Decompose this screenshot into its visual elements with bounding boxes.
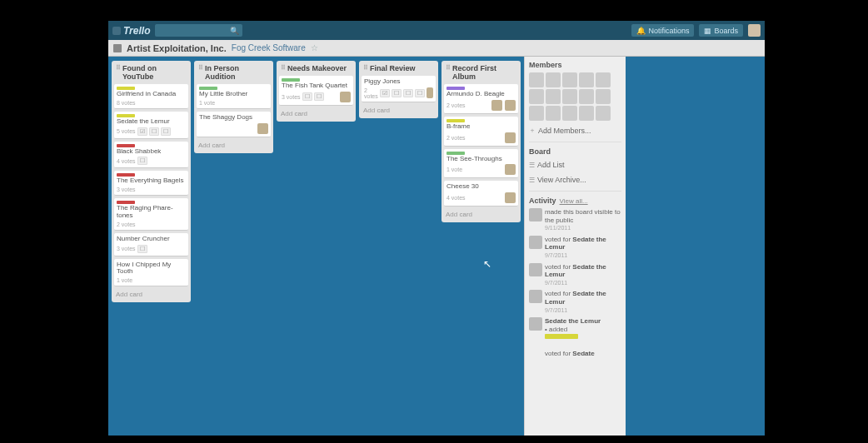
card[interactable]: The Everything Bagels3 votes (114, 171, 188, 196)
boards-icon: ▦ (704, 27, 711, 35)
badge: ☐ (149, 127, 159, 136)
card[interactable]: Girlfriend in Canada8 votes (114, 84, 188, 109)
member-avatar[interactable] (427, 87, 433, 98)
organization-link[interactable]: Fog Creek Software (232, 43, 306, 52)
member-avatar[interactable] (596, 89, 611, 104)
badge: ☑ (380, 89, 390, 97)
member-avatar[interactable] (505, 100, 516, 111)
member-avatar[interactable] (505, 132, 516, 143)
member-avatar[interactable] (546, 89, 561, 104)
card[interactable]: The Fish Tank Quartet3 votes☐☐ (279, 76, 353, 106)
vote-count: 2 votes (446, 102, 466, 108)
card[interactable]: My Little Brother1 vote (197, 84, 271, 109)
member-avatar[interactable] (546, 106, 561, 121)
member-avatar[interactable] (529, 89, 544, 104)
add-card-button[interactable]: Add card (279, 108, 353, 119)
list: ⠿In Person AuditionMy Little Brother1 vo… (194, 61, 273, 153)
badge: ☐ (137, 245, 147, 253)
list-icon: ☰ (529, 162, 535, 169)
archive-icon: ☰ (529, 177, 535, 184)
label-red (117, 144, 135, 147)
card[interactable]: Black Shabbek4 votes☐ (114, 142, 188, 169)
vote-count: 3 votes (282, 94, 301, 100)
label-green (446, 152, 465, 155)
list-title[interactable]: ⠿Needs Makeover (279, 63, 353, 73)
activity-avatar[interactable] (529, 236, 542, 249)
user-avatar[interactable] (748, 24, 761, 37)
activity-avatar[interactable] (529, 208, 542, 222)
cursor-icon: ↖ (483, 258, 491, 270)
card-title: The See-Throughs (446, 156, 516, 163)
card[interactable]: Cheese 304 votes (444, 181, 518, 207)
view-archive-button[interactable]: ☰View Archive... (529, 174, 621, 186)
card[interactable]: Sedate the Lemur5 votes☑☐☐ (114, 112, 188, 139)
member-avatar[interactable] (505, 164, 516, 175)
boards-button[interactable]: ▦Boards (699, 24, 743, 37)
grip-icon: ⠿ (116, 64, 121, 72)
member-avatar[interactable] (529, 72, 544, 87)
activity-avatar[interactable] (529, 290, 542, 303)
member-avatar[interactable] (579, 106, 594, 121)
member-avatar[interactable] (491, 100, 502, 111)
plus-icon: ＋ (529, 126, 536, 135)
add-card-button[interactable]: Add card (362, 105, 436, 116)
member-avatar[interactable] (596, 106, 611, 121)
member-avatar[interactable] (505, 192, 516, 203)
badge: ☐ (392, 89, 402, 97)
activity-avatar[interactable] (529, 263, 542, 276)
activity-text: voted for Sedate the Lemur9/7/2011 (545, 290, 621, 314)
add-card-button[interactable]: Add card (197, 140, 271, 151)
member-avatar[interactable] (340, 92, 351, 102)
member-avatar[interactable] (596, 72, 611, 87)
card[interactable]: The Raging Phare-tones2 votes (114, 198, 188, 231)
add-card-button[interactable]: Add card (444, 209, 518, 220)
activity-text: Sedate the Lemur• addedvoted for Sedate (545, 317, 621, 357)
search-input[interactable]: 🔍 (155, 24, 242, 37)
add-card-button[interactable]: Add card (114, 289, 188, 300)
member-avatar[interactable] (257, 123, 268, 134)
view-all-link[interactable]: View all... (560, 197, 588, 205)
add-members-button[interactable]: ＋Add Members... (529, 124, 621, 137)
card[interactable]: Armundo D. Beagle2 votes (444, 84, 518, 114)
badge: ☐ (302, 92, 312, 101)
card[interactable]: How I Chipped My Tooth1 vote (114, 259, 188, 287)
card[interactable]: B-frame2 votes (444, 117, 518, 147)
badge: ☐ (314, 92, 324, 101)
vote-count: 2 votes (117, 222, 136, 227)
notifications-button[interactable]: 🔔Notifications (631, 24, 694, 37)
members-grid (529, 72, 621, 121)
member-avatar[interactable] (579, 89, 594, 104)
add-list-button[interactable]: ☰Add List (529, 159, 621, 171)
grip-icon: ⠿ (446, 64, 451, 72)
member-avatar[interactable] (562, 106, 577, 121)
member-avatar[interactable] (579, 72, 594, 87)
list-title[interactable]: ⠿Record First Album (444, 63, 518, 82)
list-title[interactable]: ⠿Found on YouTube (114, 63, 188, 82)
badge: ☐ (137, 157, 147, 165)
member-avatar[interactable] (529, 106, 544, 121)
card-title: My Little Brother (199, 91, 268, 98)
list: ⠿Needs MakeoverThe Fish Tank Quartet3 vo… (277, 61, 356, 122)
member-avatar[interactable] (562, 89, 577, 104)
member-avatar[interactable] (562, 72, 577, 87)
vote-count: 3 votes (117, 187, 136, 192)
card[interactable]: Number Cruncher3 votes☐ (114, 233, 188, 256)
list: ⠿Final ReviewPiggy Jones2 votes☑☐☐☐Add c… (359, 61, 438, 118)
card[interactable]: Piggy Jones2 votes☑☐☐☐ (362, 76, 436, 102)
trello-logo[interactable]: Trello (112, 25, 150, 37)
activity-item: voted for Sedate the Lemur9/7/2011 (529, 290, 621, 314)
board-title[interactable]: Artist Exploitation, Inc. (127, 43, 227, 53)
board-icon (113, 44, 122, 52)
search-icon: 🔍 (230, 27, 239, 35)
vote-count: 1 vote (117, 277, 132, 283)
member-avatar[interactable] (546, 72, 561, 87)
list-title[interactable]: ⠿Final Review (362, 63, 436, 73)
card-title: The Everything Bagels (117, 177, 186, 185)
card[interactable]: The Shaggy Dogs (197, 112, 271, 137)
card[interactable]: The See-Throughs1 vote (444, 149, 518, 179)
card-title: Piggy Jones (364, 78, 433, 86)
list-title[interactable]: ⠿In Person Audition (197, 63, 271, 82)
activity-avatar[interactable] (529, 317, 542, 331)
star-icon[interactable]: ☆ (311, 43, 318, 52)
activity-text: made this board visible to the public 9/… (545, 208, 621, 232)
